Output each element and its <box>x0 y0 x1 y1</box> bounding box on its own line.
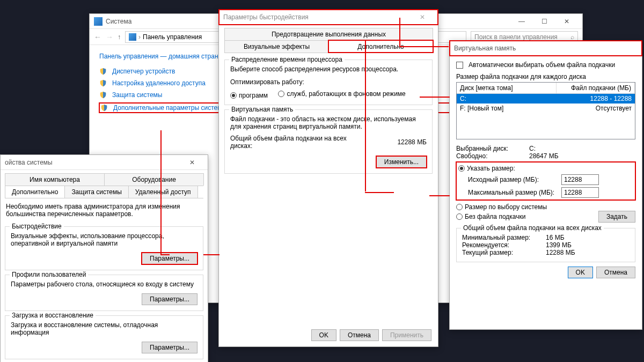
rec-value: 1399 МБ <box>546 241 572 249</box>
radio-system-managed[interactable]: Размер по выбору системы <box>456 203 627 211</box>
radio-dot-icon <box>230 92 237 99</box>
radio-dot-icon <box>278 91 284 97</box>
drive-row-c[interactable]: C: 12288 - 12288 <box>457 94 635 104</box>
cpu-desc: Выберите способ распределения ресурсов п… <box>230 65 427 73</box>
group-title: Загрузка и восстановление <box>10 312 96 319</box>
selected-drive-label: Выбранный диск: <box>456 145 526 152</box>
tab-remote[interactable]: Удаленный доступ <box>128 186 198 198</box>
cancel-button[interactable]: Отмена <box>596 267 635 278</box>
startup-params-button[interactable]: Параметры... <box>142 342 197 353</box>
tab-row-top: Предотвращение выполнения данных <box>224 28 433 41</box>
tab-computer-name[interactable]: Имя компьютера <box>5 173 105 186</box>
shield-icon <box>99 79 107 87</box>
radio-programs[interactable]: программ <box>230 92 268 99</box>
tab-protection[interactable]: Защита системы <box>64 186 128 198</box>
annotation-line <box>420 97 450 98</box>
sidebar-item-label: Дополнительные параметры системы <box>113 104 226 112</box>
no-paging-row: Без файла подкачки Задать <box>456 211 635 223</box>
virtual-memory-group: Виртуальная память Файл подкачки - это о… <box>224 109 433 174</box>
apply-button[interactable]: Применить <box>382 329 431 341</box>
group-title: Распределение времени процессора <box>229 56 345 63</box>
tab-row-top: Имя компьютера Оборудование <box>5 173 203 186</box>
admin-note: Необходимо иметь права администратора дл… <box>5 198 203 222</box>
close-button[interactable] <box>555 14 578 28</box>
radio-no-paging[interactable]: Без файла подкачки <box>456 213 587 220</box>
annotation-line <box>365 192 394 193</box>
breadcrumb[interactable]: Панель управления <box>143 33 202 41</box>
cur-value: 12288 МБ <box>546 249 575 256</box>
tab-dep[interactable]: Предотвращение выполнения данных <box>224 28 433 40</box>
forward-button[interactable]: → <box>106 33 113 41</box>
radio-services[interactable]: служб, работающих в фоновом режиме <box>278 90 405 98</box>
annotation-line <box>160 254 170 255</box>
change-button[interactable]: Изменить... <box>376 156 427 168</box>
up-button[interactable]: ↑ <box>118 33 121 41</box>
system-managed-row: Размер по выбору системы <box>456 203 635 211</box>
annotation-line <box>365 40 366 191</box>
drive-list[interactable]: Диск [метка тома] Файл подкачки (МБ) C: … <box>456 82 635 139</box>
close-button[interactable] <box>411 10 434 24</box>
optimize-label: Оптимизировать работу: <box>230 78 427 86</box>
cancel-button[interactable]: Отмена <box>340 329 379 341</box>
col-size: Файл подкачки (МБ) <box>557 83 635 93</box>
titlebar: ойства системы <box>1 155 208 170</box>
max-size-label: Максимальный размер (МБ): <box>468 189 558 196</box>
performance-options-window: Параметры быстродействия Предотвращение … <box>218 9 438 347</box>
drive-size: 12288 - 12288 <box>557 95 632 102</box>
titlebar: Параметры быстродействия <box>219 10 438 25</box>
tab-hardware[interactable]: Оборудование <box>104 173 204 186</box>
dialog-body: Автоматически выбирать объем файла подка… <box>450 56 642 284</box>
max-size-input[interactable] <box>561 187 599 198</box>
close-button[interactable] <box>181 156 203 169</box>
set-button[interactable]: Задать <box>598 211 635 223</box>
total-group: Общий объем файла подкачки на всех диска… <box>456 228 635 262</box>
initial-size-label: Исходный размер (МБ): <box>468 176 558 183</box>
radio-custom-size[interactable]: Указать размер: <box>458 165 515 172</box>
back-button[interactable]: ← <box>94 33 101 41</box>
radio-label: Без файла подкачки <box>465 213 525 220</box>
drive-size: Отсутствует <box>557 105 632 112</box>
profiles-desc: Параметры рабочего стола, относящиеся ко… <box>11 280 197 288</box>
initial-size-input[interactable] <box>561 174 599 185</box>
sidebar-item-label: Защита системы <box>112 91 162 99</box>
minimize-button[interactable] <box>510 14 533 28</box>
radio-dot-icon <box>456 204 463 210</box>
dialog-body: Имя компьютера Оборудование Дополнительн… <box>1 170 208 362</box>
app-icon <box>94 17 103 26</box>
startup-group: Загрузка и восстановление Загрузка и вос… <box>5 315 203 359</box>
virtual-memory-window: Виртуальная память Автоматически выбират… <box>449 40 642 330</box>
drive-row-f[interactable]: F: [Новый том] Отсутствует <box>457 104 635 113</box>
vm-desc: Файл подкачки - это область на жестком д… <box>230 115 427 130</box>
min-value: 16 МБ <box>546 234 565 241</box>
tab-visual[interactable]: Визуальные эффекты <box>224 40 329 53</box>
drive-label: F: [Новый том] <box>460 105 557 112</box>
titlebar: Виртуальная память <box>450 41 642 56</box>
startup-desc: Загрузка и восстановление системы, отлад… <box>11 321 197 336</box>
rec-label: Рекомендуется: <box>462 241 543 249</box>
auto-manage-row[interactable]: Автоматически выбирать объем файла подка… <box>456 61 635 69</box>
tab-advanced[interactable]: Дополнительно <box>5 186 65 198</box>
cpu-scheduling-group: Распределение времени процессора Выберит… <box>224 60 433 105</box>
selected-drive-info: Выбранный диск:C: Свободно:28647 МБ <box>456 145 635 160</box>
auto-label: Автоматически выбирать объем файла подка… <box>469 61 615 69</box>
profiles-params-button[interactable]: Параметры... <box>142 293 197 305</box>
dialog-buttons: OK Отмена Применить <box>311 329 431 341</box>
ok-button[interactable]: OK <box>311 329 336 341</box>
annotation-line <box>203 254 219 255</box>
cur-label: Текущий размер: <box>462 249 543 256</box>
selected-drive-value: C: <box>529 145 536 152</box>
performance-params-button[interactable]: Параметры... <box>142 253 197 264</box>
min-label: Минимальный размер: <box>462 234 543 241</box>
window-title: Параметры быстродействия <box>223 13 411 21</box>
search-placeholder: Поиск в панели управления <box>474 33 570 41</box>
radio-label: программ <box>239 92 268 99</box>
monitor-icon <box>129 33 136 41</box>
radio-label: служб, работающих в фоновом режиме <box>287 90 405 98</box>
shield-icon <box>99 68 107 75</box>
maximize-button[interactable] <box>533 14 555 28</box>
ok-button[interactable]: OK <box>568 267 593 278</box>
radio-dot-icon <box>456 213 463 220</box>
free-value: 28647 МБ <box>529 152 559 160</box>
custom-size-block: Указать размер: Исходный размер (МБ): Ма… <box>456 162 635 200</box>
window-title: Виртуальная память <box>454 45 638 52</box>
